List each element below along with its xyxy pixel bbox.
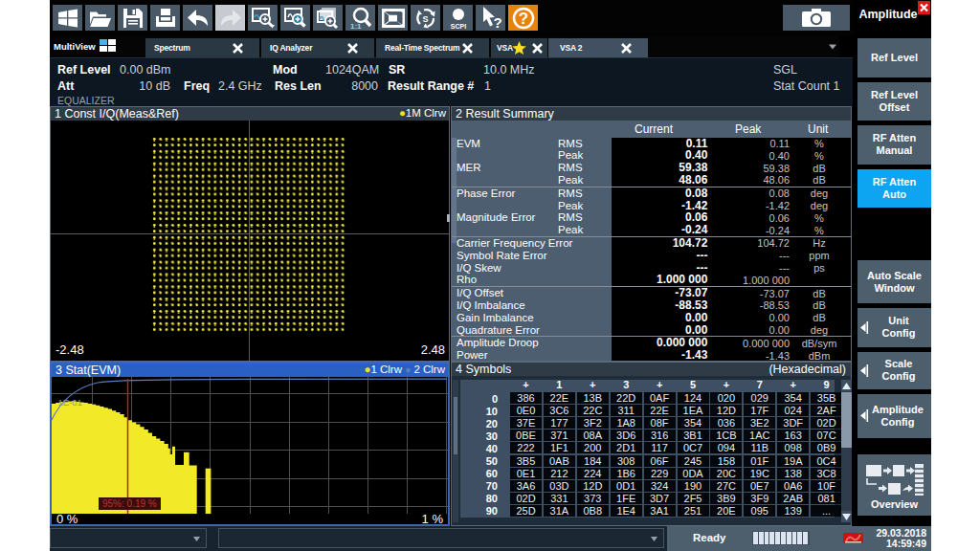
svg-text:S: S xyxy=(422,13,428,23)
svg-text:1E-01: 1E-01 xyxy=(58,397,82,408)
svg-text:95%: 0.19 %: 95%: 0.19 % xyxy=(102,498,157,509)
svg-text:?: ? xyxy=(518,10,527,28)
svg-text:SCPI: SCPI xyxy=(450,23,465,30)
svg-text:1:1: 1:1 xyxy=(350,22,362,30)
svg-text:?: ? xyxy=(493,14,501,30)
